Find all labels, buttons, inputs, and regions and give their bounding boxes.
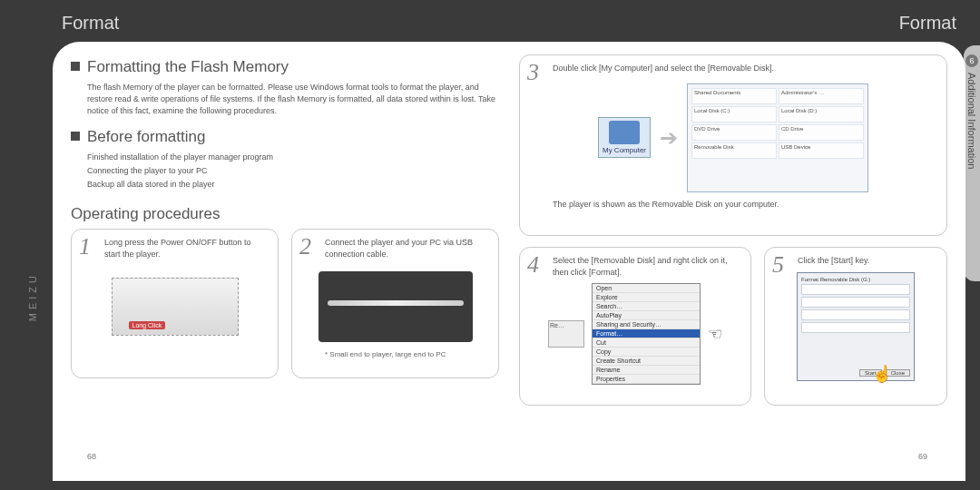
hand-cursor-icon: ☝ xyxy=(872,364,892,384)
context-menu-item: AutoPlay xyxy=(593,311,700,320)
step-3-illustration: My Computer ➔ Shared Documents Administr… xyxy=(529,83,937,192)
step-3-caption: The player is shown as the Removable Dis… xyxy=(553,200,937,209)
step-number: 5 xyxy=(772,251,784,279)
before-item: Backup all data stored in the player xyxy=(71,179,499,191)
before-item: Connecting the player to your PC xyxy=(71,165,499,177)
removable-disk-icon: Re… xyxy=(548,320,584,348)
step-1-card: 1 Long press the Power ON/OFF button to … xyxy=(71,229,279,378)
context-menu-item: Explore xyxy=(593,293,700,302)
explorer-item: Local Disk (C:) xyxy=(691,106,777,122)
dialog-field xyxy=(801,309,910,320)
explorer-item: Shared Documents xyxy=(691,88,777,104)
dialog-title: Format Removable Disk (G:) xyxy=(801,277,910,282)
context-menu-item: Copy xyxy=(593,348,700,357)
explorer-window-illustration: Shared Documents Administrator's … Local… xyxy=(687,83,868,192)
page-number-right: 69 xyxy=(918,452,927,461)
right-page: 3 Double click [My Computer] and select … xyxy=(519,54,947,472)
page-number-left: 68 xyxy=(87,452,96,461)
flash-memory-body: The flash Memory of the player can be fo… xyxy=(71,82,499,117)
step-5-illustration: Format Removable Disk (G:) Start Close ☝ xyxy=(774,272,937,381)
context-menu-item: Open xyxy=(593,284,700,293)
explorer-item: USB Device xyxy=(779,142,864,159)
step-number: 2 xyxy=(299,233,311,260)
step-number: 3 xyxy=(527,59,539,86)
chapter-side-tab: 6 Additional Information xyxy=(964,45,980,281)
dialog-field xyxy=(801,297,910,308)
hand-cursor-icon: ☜ xyxy=(708,324,722,344)
heading-before-formatting: Before formatting xyxy=(71,128,499,146)
step-2-footnote: * Small end to player, large end to PC xyxy=(325,350,489,358)
player-device-illustration: Long Click xyxy=(112,278,239,336)
step-number: 4 xyxy=(527,251,539,279)
chapter-number-badge: 6 xyxy=(965,54,978,67)
context-menu-item-selected: Format… xyxy=(593,329,700,338)
arrow-right-icon: ➔ xyxy=(660,125,678,151)
context-menu-item: Sharing and Security… xyxy=(593,320,700,329)
step-2-illustration xyxy=(301,269,489,345)
dialog-field xyxy=(801,284,910,295)
left-page: Formatting the Flash Memory The flash Me… xyxy=(71,54,499,472)
step-2-card: 2 Connect the player and your PC via USB… xyxy=(291,229,499,378)
context-menu-item: Rename xyxy=(593,366,700,375)
explorer-item: CD Drive xyxy=(779,124,864,141)
before-item: Finished installation of the player mana… xyxy=(71,152,499,163)
brand-vertical: MEIZU xyxy=(27,272,38,321)
step-text: Long press the Power ON/OFF button to st… xyxy=(104,237,269,260)
step-1-illustration: Long Click xyxy=(81,269,269,345)
chapter-title: Additional Information xyxy=(966,73,977,169)
dialog-field xyxy=(801,322,910,333)
step-4-illustration: Re… Open Explore Search… AutoPlay Sharin… xyxy=(529,283,741,385)
usb-cable-illustration xyxy=(318,271,473,342)
step-text: Select the [Removable Disk] and right cl… xyxy=(553,255,741,278)
format-dialog-illustration: Format Removable Disk (G:) Start Close ☝ xyxy=(797,272,915,381)
context-menu-item: Properties xyxy=(593,375,700,384)
manual-page-spread: Formatting the Flash Memory The flash Me… xyxy=(53,42,965,481)
heading-flash-memory: Formatting the Flash Memory xyxy=(71,58,499,76)
explorer-item: Administrator's … xyxy=(779,88,864,104)
explorer-item: Local Disk (D:) xyxy=(779,106,864,122)
explorer-item: DVD Drive xyxy=(691,124,777,141)
my-computer-icon: My Computer xyxy=(598,117,651,158)
step-text: Connect the player and your PC via USB c… xyxy=(325,237,489,260)
step-5-card: 5 Click the [Start] key. Format Removabl… xyxy=(764,247,947,406)
step-number: 1 xyxy=(79,233,91,260)
page-header-left: Format xyxy=(62,13,119,34)
heading-operating-procedures: Operating procedures xyxy=(71,205,499,223)
step-4-card: 4 Select the [Removable Disk] and right … xyxy=(519,247,751,406)
context-menu-item: Search… xyxy=(593,302,700,311)
step-text: Double click [My Computer] and select th… xyxy=(553,63,937,74)
long-click-callout: Long Click xyxy=(129,321,166,329)
explorer-item: Removable Disk xyxy=(691,142,777,159)
context-menu-item: Cut xyxy=(593,338,700,348)
context-menu-item: Create Shortcut xyxy=(593,357,700,366)
step-3-card: 3 Double click [My Computer] and select … xyxy=(519,54,947,236)
context-menu-illustration: Open Explore Search… AutoPlay Sharing an… xyxy=(592,283,701,385)
step-text: Click the [Start] key. xyxy=(798,255,937,267)
page-header-right: Format xyxy=(899,13,956,34)
